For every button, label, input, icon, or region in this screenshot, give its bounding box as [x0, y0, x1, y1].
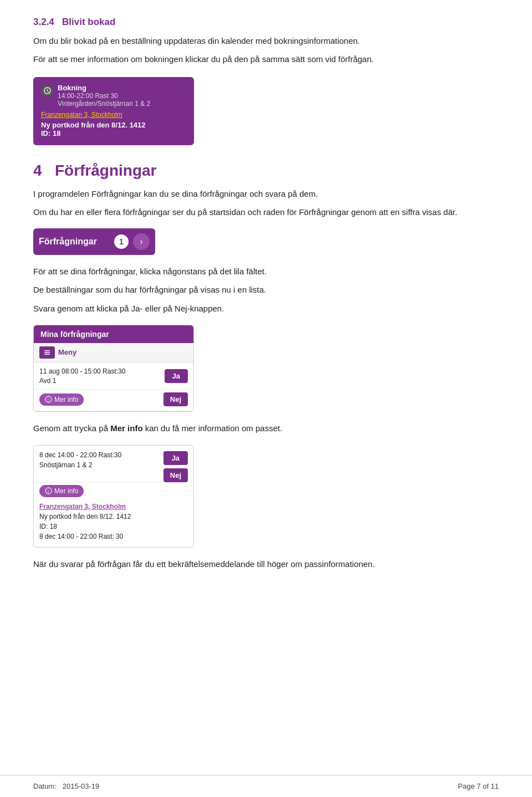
chapter4-body6: När du svarar på förfrågan får du ett be…	[33, 558, 499, 570]
svg-rect-1	[44, 350, 50, 351]
detail-ja-button[interactable]: Ja	[163, 451, 188, 465]
mina-row1-date: 11 aug 08:00 - 15:00 Rast:30	[39, 367, 160, 376]
chapter4-body5-bold: Mer info	[110, 423, 142, 433]
mina-row1-info: 11 aug 08:00 - 15:00 Rast:30 Avd 1	[39, 367, 160, 386]
section-number: 3.2.4	[33, 17, 54, 27]
booking-icon	[41, 85, 53, 97]
meny-label: Meny	[58, 348, 76, 356]
footer-date-value: 2015-03-19	[63, 782, 100, 790]
booking-card: Bokning 14:00-22:00 Rast 30 Vintergården…	[33, 77, 194, 145]
chapter4-body5-prefix: Genom att trycka på	[33, 423, 110, 433]
menu-icon	[39, 346, 55, 359]
booking-title: Bokning	[58, 84, 150, 92]
detail-card-expanded-info: Franzengatan 3, Stockholm Ny portkod frå…	[34, 502, 193, 547]
chapter4-title: Förfrågningar	[55, 162, 157, 179]
forfragningar-label: Förfrågningar	[39, 237, 114, 247]
detail-time2: 8 dec 14:00 - 22:00 Rast: 30	[39, 532, 188, 541]
footer-page: Page 7 of 11	[458, 782, 499, 790]
chapter4-body5: Genom att trycka på Mer info kan du få m…	[33, 422, 499, 435]
mina-row1-dept: Avd 1	[39, 376, 160, 386]
detail-card-buttons-top: Ja Nej	[159, 450, 188, 482]
mina-card-row-1: 11 aug 08:00 - 15:00 Rast:30 Avd 1 Ja	[34, 362, 193, 391]
svg-rect-2	[44, 352, 50, 353]
booking-portkod: Ny portkod från den 8/12. 1412	[41, 121, 186, 129]
svg-text:i: i	[48, 397, 49, 403]
ja-button-1[interactable]: Ja	[165, 369, 188, 383]
mina-forfragningar-card: Mina förfrågningar Meny 11 aug 08:00 - 1…	[33, 325, 194, 412]
nej-button-1[interactable]: Nej	[163, 392, 188, 406]
detail-mer-info-button[interactable]: i Mer info	[39, 485, 84, 497]
forfragningar-arrow-icon: ›	[133, 233, 150, 250]
forfragningar-widget[interactable]: Förfrågningar 1 ›	[33, 228, 155, 255]
svg-rect-3	[44, 354, 50, 355]
chapter4-intro: I programdelen Förfrågningar kan du se d…	[33, 187, 499, 200]
chapter4-body5-suffix: kan du få mer information om passet.	[143, 423, 283, 433]
booking-address: Franzengatan 3, Stockholm	[41, 111, 186, 119]
mina-card-header: Mina förfrågningar	[34, 325, 193, 343]
detail-card-top-row: 8 dec 14:00 - 22:00 Rast:30 Snöstjärnan …	[34, 446, 193, 483]
intro-text-1: Om du blir bokad på en beställning uppda…	[33, 34, 499, 47]
booking-time: 14:00-22:00 Rast 30	[58, 92, 150, 100]
detail-card-info-top: 8 dec 14:00 - 22:00 Rast:30 Snöstjärnan …	[39, 450, 155, 470]
forfragningar-badge: 1	[114, 234, 129, 249]
mer-info-button[interactable]: i Mer info	[39, 394, 84, 406]
svg-text:i: i	[48, 488, 49, 494]
detail-line1: 8 dec 14:00 - 22:00 Rast:30	[39, 450, 155, 460]
detail-line2: Snöstjärnan 1 & 2	[39, 460, 155, 470]
booking-id: ID: 18	[41, 129, 186, 137]
section-heading: 3.2.4 Blivit bokad	[33, 17, 499, 28]
chapter4-body2: För att se dina förfrågningar, klicka nå…	[33, 265, 499, 278]
booking-card-header: Bokning 14:00-22:00 Rast 30 Vintergården…	[41, 84, 186, 108]
booking-location: Vintergården/Snöstjärnan 1 & 2	[58, 100, 150, 108]
section-title: Blivit bokad	[62, 17, 115, 27]
chapter4-body1: Om du har en eller flera förfrågningar s…	[33, 206, 499, 218]
intro-text-2: För att se mer information om bokningen …	[33, 53, 499, 65]
booking-title-block: Bokning 14:00-22:00 Rast 30 Vintergården…	[58, 84, 150, 108]
footer-date: Datum: 2015-03-19	[33, 782, 99, 790]
detail-nej-button[interactable]: Nej	[163, 468, 188, 482]
detail-id: ID: 18	[39, 522, 188, 532]
detail-card-merinfo-row: i Mer info	[34, 483, 193, 502]
chapter4-heading: 4 Förfrågningar	[33, 162, 499, 180]
chapter4-number: 4	[33, 162, 42, 179]
chapter4-body3: De beställningar som du har förfrågninga…	[33, 283, 499, 296]
detail-portkod: Ny portkod från den 8/12. 1412	[39, 512, 188, 522]
mer-info-row: i Mer info Nej	[34, 390, 193, 411]
footer-date-label: Datum:	[33, 782, 57, 790]
detail-card: 8 dec 14:00 - 22:00 Rast:30 Snöstjärnan …	[33, 445, 194, 548]
chapter4-body4: Svara genom att klicka på Ja- eller på N…	[33, 302, 499, 315]
detail-address: Franzengatan 3, Stockholm	[39, 502, 188, 512]
mina-card-menu-row: Meny	[34, 343, 193, 362]
page-footer: Datum: 2015-03-19 Page 7 of 11	[0, 775, 532, 797]
detail-mer-info-label: Mer info	[54, 487, 78, 495]
mer-info-label: Mer info	[54, 396, 78, 403]
